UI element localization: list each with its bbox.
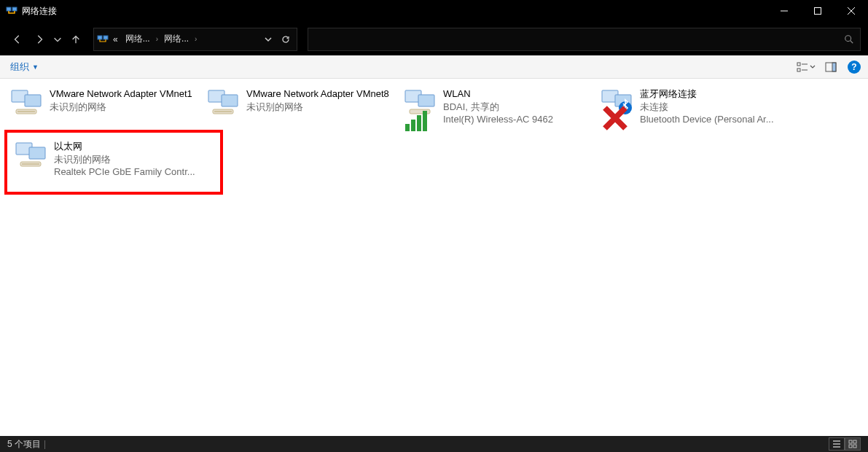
recent-locations-button[interactable] [51,29,64,50]
minimize-button[interactable] [767,0,801,22]
breadcrumb-separator: › [155,35,160,43]
adapter-status: BDAI, 共享的 [443,101,553,114]
adapter-name: WLAN [443,87,553,101]
svg-rect-11 [25,95,41,106]
window: 网络连接 [0,0,868,452]
organize-label: 组织 [10,61,29,74]
breadcrumb-chevrons[interactable]: « [110,33,121,46]
svg-rect-21 [417,115,421,131]
svg-rect-1 [12,7,17,11]
network-adapter-item[interactable]: 蓝牙网络连接 未连接 Bluetooth Device (Personal Ar… [595,85,791,125]
network-adapter-icon [402,87,437,117]
svg-rect-31 [849,445,852,448]
svg-rect-9 [832,63,836,71]
help-button[interactable]: ? [846,59,862,75]
adapter-device: Intel(R) Wireless-AC 9462 [443,113,553,126]
address-right [260,31,294,47]
view-options-button[interactable] [797,59,816,75]
help-icon: ? [848,61,861,74]
network-adapter-icon [599,87,634,117]
up-button[interactable] [66,29,86,50]
network-adapter-icon [13,140,48,169]
adapter-name: 蓝牙网络连接 [640,87,774,101]
svg-rect-32 [853,445,856,448]
adapter-name: VMware Network Adapter VMnet8 [246,87,389,101]
address-bar[interactable]: « 网络... › 网络... › [93,28,297,51]
window-title: 网络连接 [22,5,57,17]
svg-rect-0 [7,7,11,11]
command-bar: 组织 ▼ ? [0,55,868,79]
titlebar: 网络连接 [0,0,868,22]
preview-pane-button[interactable] [823,59,839,75]
svg-rect-22 [423,111,427,131]
close-button[interactable] [834,0,868,22]
adapter-device: Bluetooth Device (Personal Ar... [640,113,774,126]
network-adapter-icon [9,87,44,117]
search-input[interactable] [311,34,841,45]
svg-rect-6 [797,63,800,66]
breadcrumb-segment-2[interactable]: 网络... [161,31,192,47]
network-adapter-item[interactable]: VMware Network Adapter VMnet8 未识别的网络 [201,85,398,125]
refresh-button[interactable] [278,31,294,47]
breadcrumb-separator: › [193,35,198,43]
svg-rect-27 [29,147,45,159]
network-adapter-item[interactable]: VMware Network Adapter VMnet1 未识别的网络 [4,85,201,125]
navbar: « 网络... › 网络... › [0,22,868,55]
content-area[interactable]: VMware Network Adapter VMnet1 未识别的网络 VMw… [0,79,868,436]
svg-rect-19 [405,124,410,131]
details-view-button[interactable] [829,437,845,451]
svg-rect-29 [849,440,852,443]
svg-rect-4 [103,36,108,39]
forward-button[interactable] [29,29,50,50]
adapter-status: 未连接 [640,101,774,114]
chevron-down-icon: ▼ [32,63,39,71]
adapter-device: Realtek PCIe GbE Family Contr... [54,165,195,179]
tiles-view-button[interactable] [845,437,861,451]
svg-rect-30 [853,440,856,443]
search-bar[interactable] [308,28,861,51]
wifi-signal-icon [401,104,415,118]
address-dropdown-button[interactable] [260,31,276,47]
address-icon [97,34,109,45]
status-bar: 5 个项目 | [0,436,868,452]
svg-rect-14 [222,95,238,106]
adapter-name: 以太网 [54,140,195,153]
disconnected-x-icon [598,104,612,118]
svg-rect-7 [797,69,800,71]
svg-rect-20 [411,120,415,131]
svg-rect-2 [815,8,821,15]
network-adapter-item-highlighted[interactable]: 以太网 未识别的网络 Realtek PCIe GbE Family Contr… [4,130,223,195]
adapter-status: 未识别的网络 [50,101,192,114]
svg-point-5 [845,35,851,41]
app-icon [6,5,17,17]
titlebar-left: 网络连接 [0,5,57,17]
back-button[interactable] [7,29,28,50]
svg-rect-3 [98,36,102,39]
breadcrumb-segment-1[interactable]: 网络... [122,31,153,47]
network-adapter-item[interactable]: WLAN BDAI, 共享的 Intel(R) Wireless-AC 9462 [398,85,595,125]
nav-history-group [7,29,86,50]
maximize-button[interactable] [801,0,834,22]
adapter-status: 未识别的网络 [246,101,389,114]
search-icon [841,31,857,47]
status-view-switcher [829,437,861,451]
adapter-name: VMware Network Adapter VMnet1 [50,87,192,101]
status-item-count: 5 个项目 [7,438,41,451]
network-adapter-icon [206,87,241,117]
adapter-status: 未识别的网络 [54,153,195,166]
status-separator: | [44,439,46,449]
organize-button[interactable]: 组织 ▼ [6,58,43,76]
